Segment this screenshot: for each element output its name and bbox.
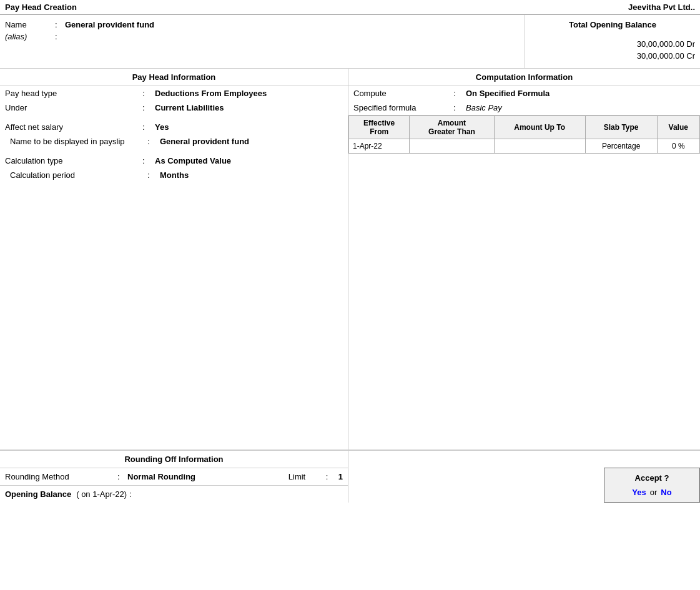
rounding-method-colon: : [117, 472, 127, 481]
payslip-name-row: Name to be displayed in payslip : Genera… [0, 134, 348, 149]
specified-formula-colon: : [453, 103, 466, 112]
value-cell: 0 % [657, 139, 699, 154]
accept-or-text: or [650, 488, 658, 497]
compute-label: Compute [353, 89, 453, 98]
limit-label: Limit [288, 472, 326, 481]
specified-formula-label: Specified formula [353, 103, 453, 112]
accept-question: Accept ? [612, 473, 692, 483]
calc-type-row: Calculation type : As Computed Value [0, 154, 348, 168]
limit-colon: : [326, 472, 336, 481]
slab-type-cell: Percentage [585, 139, 657, 154]
name-value: General provident fund [65, 20, 154, 29]
slab-table: EffectiveFrom AmountGreater Than Amount … [348, 116, 700, 154]
accept-yes-button[interactable]: Yes [632, 488, 646, 497]
cr-amount: 30,00,000.00 Cr [637, 51, 695, 61]
pay-head-type-row: Pay head type : Deductions From Employee… [0, 86, 348, 101]
calc-type-colon: : [142, 156, 155, 165]
dr-amount: 30,00,000.00 Dr [637, 39, 695, 49]
under-colon: : [142, 103, 155, 112]
bottom-left: Rounding Off Information Rounding Method… [0, 451, 348, 503]
calc-period-row: Calculation period : Months [0, 168, 348, 182]
total-opening-balance-title: Total Opening Balance [530, 20, 695, 29]
under-value: Current Liabilities [155, 103, 343, 112]
rounding-method-label: Rounding Method [5, 472, 117, 481]
payslip-name-colon: : [147, 137, 160, 146]
opening-balance-colon: : [129, 489, 132, 499]
accept-no-button[interactable]: No [661, 488, 671, 497]
payslip-name-value: General provident fund [160, 137, 343, 146]
col-amount-greater-than: AmountGreater Than [410, 116, 494, 139]
accept-options: Yes or No [612, 488, 692, 497]
col-amount-up-to: Amount Up To [494, 116, 585, 139]
name-row: Name : General provident fund [5, 20, 520, 29]
affect-net-salary-row: Affect net salary : Yes [0, 120, 348, 134]
pay-head-type-value: Deductions From Employees [155, 89, 343, 98]
company-name: Jeevitha Pvt Ltd.. [628, 2, 695, 12]
pay-head-info-title: Pay Head Information [0, 69, 348, 86]
header: Pay Head Creation Jeevitha Pvt Ltd.. [0, 0, 700, 15]
table-row: 1-Apr-22Percentage0 % [349, 139, 700, 154]
alias-label: (alias) [5, 32, 55, 41]
under-row: Under : Current Liabilities [0, 101, 348, 115]
name-label: Name [5, 20, 55, 29]
opening-balance-row: Opening Balance ( on 1-Apr-22) : [0, 485, 348, 503]
compute-row: Compute : On Specified Formula [348, 86, 700, 101]
dr-amount-row: 30,00,000.00 Dr [530, 39, 695, 49]
name-left: Name : General provident fund (alias) : [0, 15, 525, 68]
calc-period-colon: : [147, 170, 160, 180]
rounding-off-title: Rounding Off Information [0, 451, 348, 468]
computation-info-title: Computation Information [348, 69, 700, 86]
amount-greater-than-cell [410, 139, 494, 154]
calc-period-label: Calculation period [10, 170, 147, 180]
cr-amount-row: 30,00,000.00 Cr [530, 51, 695, 61]
specified-formula-value: Basic Pay [466, 103, 502, 112]
col-slab-type: Slab Type [585, 116, 657, 139]
opening-balance-date: ( on 1-Apr-22) [76, 489, 127, 499]
main-content: Pay Head Information Pay head type : Ded… [0, 69, 700, 450]
left-panel: Pay Head Information Pay head type : Ded… [0, 69, 348, 450]
computation-section: Computation Information Compute : On Spe… [348, 69, 700, 116]
affect-net-salary-label: Affect net salary [5, 122, 142, 132]
col-effective-from: EffectiveFrom [349, 116, 410, 139]
specified-formula-row: Specified formula : Basic Pay [348, 101, 700, 115]
pay-head-type-label: Pay head type [5, 89, 142, 98]
name-colon: : [55, 20, 65, 29]
calc-period-value: Months [160, 170, 343, 180]
alias-colon: : [55, 32, 65, 41]
affect-net-salary-colon: : [142, 122, 155, 132]
page-title: Pay Head Creation [5, 2, 77, 12]
affect-net-salary-value: Yes [155, 122, 343, 132]
accept-dialog: Accept ? Yes or No [604, 468, 700, 503]
pay-head-type-colon: : [142, 89, 155, 98]
bottom-section: Rounding Off Information Rounding Method… [0, 450, 700, 503]
total-opening-balance-section: Total Opening Balance 30,00,000.00 Dr 30… [525, 15, 700, 68]
compute-colon: : [453, 89, 466, 98]
calc-type-label: Calculation type [5, 156, 142, 165]
opening-balance-label: Opening Balance [5, 489, 71, 499]
under-label: Under [5, 103, 142, 112]
effective-from-cell: 1-Apr-22 [349, 139, 410, 154]
limit-value: 1 [338, 472, 343, 481]
name-section: Name : General provident fund (alias) : … [0, 15, 700, 69]
calc-type-value: As Computed Value [155, 156, 343, 165]
amount-up-to-cell [494, 139, 585, 154]
bottom-right: Accept ? Yes or No [348, 451, 700, 503]
payslip-name-label: Name to be displayed in payslip [10, 137, 147, 146]
alias-row: (alias) : [5, 32, 520, 41]
compute-value: On Specified Formula [466, 89, 550, 98]
right-panel: Computation Information Compute : On Spe… [348, 69, 700, 450]
rounding-method-value: Normal Rounding [127, 472, 288, 481]
col-value: Value [657, 116, 699, 139]
rounding-method-row: Rounding Method : Normal Rounding Limit … [0, 468, 348, 485]
